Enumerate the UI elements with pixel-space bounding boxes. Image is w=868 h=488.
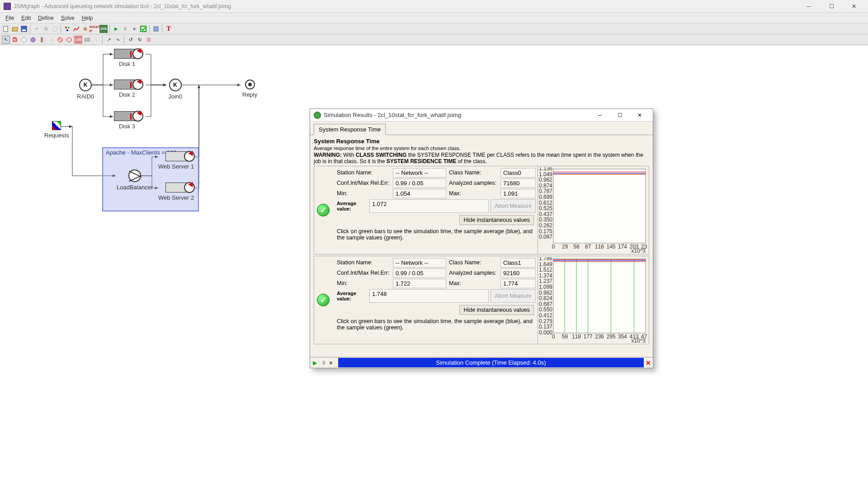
minimize-button[interactable]: ─ <box>798 1 819 11</box>
node-disk3[interactable]: Disk 3 <box>114 111 136 130</box>
node-join0[interactable]: K Join0 <box>168 79 182 100</box>
queue-tool-icon[interactable] <box>20 36 28 44</box>
hide-values-button[interactable]: Hide instantaneous values <box>459 305 534 315</box>
select-tool-icon[interactable]: ↖ <box>2 36 10 44</box>
measures-icon[interactable] <box>72 25 80 33</box>
cut-icon[interactable]: ✂ <box>33 25 41 33</box>
classes-icon[interactable] <box>63 25 71 33</box>
source-tool-icon[interactable]: S <box>11 36 19 44</box>
paste-icon[interactable]: 📋 <box>51 25 59 33</box>
svg-text:1.049: 1.049 <box>539 171 552 178</box>
dialog-titlebar[interactable]: Simulation Results - 2cl_10stat_fcr_fork… <box>310 109 653 122</box>
save-icon[interactable] <box>20 25 28 33</box>
avg-value: 1.748 <box>369 289 489 303</box>
abort-measure-button[interactable]: Abort Measure <box>491 289 536 303</box>
svg-text:87: 87 <box>585 244 591 250</box>
svg-point-3 <box>65 27 67 28</box>
stop-icon[interactable]: ■ <box>130 25 138 33</box>
batch-icon[interactable]: ⊞ <box>81 25 90 33</box>
app-title: JSIMgraph - Advanced queueing network si… <box>14 3 798 9</box>
class-switch-tool-icon[interactable]: LOG <box>74 36 82 44</box>
svg-text:1.374: 1.374 <box>539 272 552 279</box>
open-icon[interactable] <box>11 25 19 33</box>
dialog-close-button[interactable]: ✕ <box>630 110 649 120</box>
close-button[interactable]: ✕ <box>844 1 864 11</box>
svg-text:1.649: 1.649 <box>539 261 552 267</box>
menu-help[interactable]: Help <box>78 13 97 23</box>
samples-value: 71680 <box>500 178 536 188</box>
menubar: File Edit Define Solve Help <box>0 13 868 23</box>
menu-edit[interactable]: Edit <box>18 13 34 23</box>
abort-measure-button[interactable]: Abort Measure <box>491 199 536 213</box>
success-icon: ✓ <box>317 294 330 306</box>
section-title: System Response Time <box>314 138 649 145</box>
bezier-tool-icon[interactable]: ∿ <box>114 36 122 44</box>
conf-value: 0.99 / 0.05 <box>393 268 446 278</box>
svg-point-15 <box>67 38 71 42</box>
success-icon: ✓ <box>317 204 330 216</box>
dialog-icon <box>314 112 321 119</box>
sim-pause-icon[interactable]: ⏸ <box>321 360 327 366</box>
node-disk1[interactable]: Disk 1 <box>114 49 136 67</box>
new-icon[interactable] <box>2 25 10 33</box>
node-raid0[interactable]: K RAID0 <box>77 79 94 100</box>
svg-rect-2 <box>22 29 26 31</box>
svg-text:1.099: 1.099 <box>539 284 552 290</box>
chart-panel[interactable]: 0.0000.1370.2750.4120.5500.6870.8240.962… <box>538 256 649 344</box>
node-requests[interactable]: Requests <box>44 121 69 139</box>
chart-panel[interactable]: 0.0870.1750.2620.3500.4370.5250.6120.699… <box>538 166 649 254</box>
fork-tool-icon[interactable]: → <box>47 36 55 44</box>
section-description: Average response time of the entire syst… <box>314 145 649 151</box>
sink-tool-icon[interactable] <box>83 36 91 44</box>
pause-icon[interactable]: ⏸ <box>121 25 129 33</box>
templates-icon[interactable] <box>152 25 160 33</box>
svg-text:0.087: 0.087 <box>539 234 552 240</box>
svg-point-5 <box>66 29 68 31</box>
region-tool-icon[interactable]: ⊡ <box>145 36 153 44</box>
svg-text:177: 177 <box>583 333 592 340</box>
node-webserver2[interactable]: Web Server 2 <box>158 183 194 201</box>
node-webserver1[interactable]: Web Server 1 <box>158 151 194 170</box>
node-reply[interactable]: Reply <box>242 80 257 98</box>
sim-play-icon[interactable]: ▶ <box>313 360 319 366</box>
tab-system-response-time[interactable]: System Response Time <box>314 124 386 135</box>
results-icon[interactable] <box>139 25 147 33</box>
status-close-icon[interactable]: ✕ <box>644 359 653 366</box>
sim-stop-icon[interactable]: ■ <box>329 360 335 366</box>
svg-text:1.136: 1.136 <box>539 167 552 172</box>
delay-tool-icon[interactable] <box>29 36 37 44</box>
hide-values-button[interactable]: Hide instantaneous values <box>459 215 534 225</box>
play-icon[interactable]: ▶ <box>112 25 120 33</box>
mva-icon[interactable]: JVA <box>99 25 108 33</box>
dialog-maximize-button[interactable]: ☐ <box>610 110 629 120</box>
text-icon[interactable]: T <box>165 25 173 33</box>
station-value: -- Network -- <box>393 168 446 178</box>
dialog-status-bar: ▶ ⏸ ■ Simulation Complete (Time Elapsed:… <box>310 357 653 368</box>
join-tool-icon[interactable] <box>56 36 64 44</box>
router-tool-icon[interactable] <box>38 36 46 44</box>
svg-rect-12 <box>41 38 42 42</box>
logger-tool-icon[interactable] <box>65 36 73 44</box>
svg-text:0.787: 0.787 <box>539 188 552 194</box>
whatif-icon[interactable]: WHATIF <box>90 25 99 33</box>
node-loadbalancer[interactable]: LoadBalancer <box>117 169 153 191</box>
svg-point-11 <box>31 38 35 42</box>
copy-icon[interactable]: ⧉ <box>42 25 50 33</box>
svg-text:295: 295 <box>606 333 615 340</box>
rotate-left-icon[interactable]: ↺ <box>127 36 135 44</box>
connect-tool-icon[interactable]: ↗ <box>105 36 113 44</box>
rotate-right-icon[interactable]: ↻ <box>136 36 144 44</box>
svg-rect-7 <box>154 27 158 31</box>
place-tool-icon[interactable]: ↕ <box>92 36 100 44</box>
measure-panel: ✓ Station Name: -- Network -- Class Name… <box>314 166 649 254</box>
node-disk2[interactable]: Disk 2 <box>114 80 136 98</box>
svg-text:236: 236 <box>595 333 604 340</box>
svg-text:0.175: 0.175 <box>539 228 552 235</box>
menu-file[interactable]: File <box>2 13 18 23</box>
svg-text:0.824: 0.824 <box>539 295 552 301</box>
hint-text: Click on green bars to see the simulatio… <box>334 226 536 243</box>
menu-solve[interactable]: Solve <box>57 13 78 23</box>
menu-define[interactable]: Define <box>34 13 57 23</box>
maximize-button[interactable]: ☐ <box>821 1 842 11</box>
dialog-minimize-button[interactable]: ─ <box>590 110 609 120</box>
